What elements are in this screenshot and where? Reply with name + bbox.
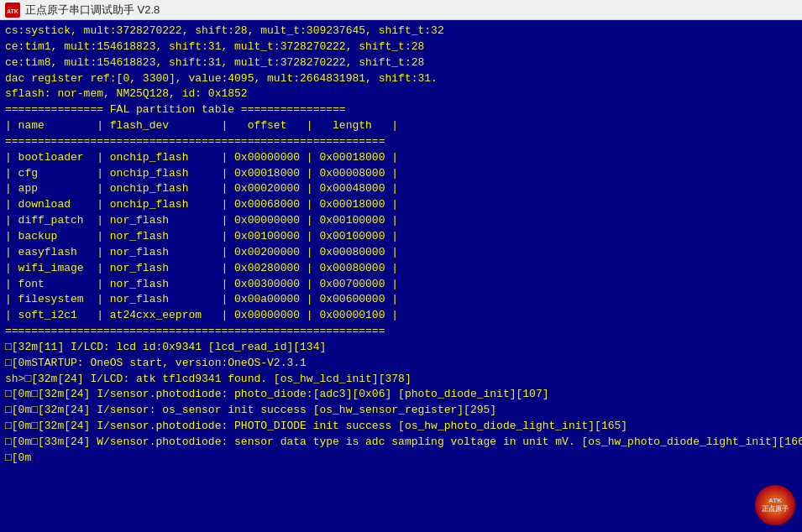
- terminal-line: □[0m□[32m[24] I/sensor.photodiode: photo…: [5, 387, 797, 403]
- terminal-line: | cfg | onchip_flash | 0x00018000 | 0x00…: [5, 166, 797, 182]
- terminal-line: | filesystem | nor_flash | 0x00a00000 | …: [5, 292, 797, 308]
- terminal-line: ========================================…: [5, 324, 797, 340]
- terminal-line: | font | nor_flash | 0x00300000 | 0x0070…: [5, 277, 797, 293]
- terminal-line: □[0m□[32m[24] I/sensor: os_sensor init s…: [5, 403, 797, 419]
- terminal-line: | bootloader | onchip_flash | 0x00000000…: [5, 150, 797, 166]
- terminal-line: dac register ref:[0, 3300], value:4095, …: [5, 71, 797, 87]
- watermark: ATK正点原子: [755, 485, 795, 525]
- terminal-line: | soft_i2c1 | at24cxx_eeprom | 0x0000000…: [5, 308, 797, 324]
- terminal-line: | app | onchip_flash | 0x00020000 | 0x00…: [5, 181, 797, 197]
- terminal-line: | easyflash | nor_flash | 0x00200000 | 0…: [5, 245, 797, 261]
- terminal-line: □[0m□[32m[24] I/sensor.photodiode: PHOTO…: [5, 419, 797, 435]
- svg-text:ATK: ATK: [7, 8, 18, 14]
- terminal-line: cs:systick, mult:3728270222, shift:28, m…: [5, 23, 797, 39]
- terminal-line: □[0mSTARTUP: OneOS start, version:OneOS-…: [5, 356, 797, 372]
- terminal-line: | wifi_image | nor_flash | 0x00280000 | …: [5, 261, 797, 277]
- terminal-line: | diff_patch | nor_flash | 0x00000000 | …: [5, 213, 797, 229]
- app-title: 正点原子串口调试助手 V2.8: [25, 3, 160, 18]
- terminal-line: ========================================…: [5, 134, 797, 150]
- titlebar: ATK 正点原子串口调试助手 V2.8: [0, 0, 802, 20]
- terminal-line: | backup | nor_flash | 0x00100000 | 0x00…: [5, 229, 797, 245]
- terminal-line: | download | onchip_flash | 0x00068000 |…: [5, 197, 797, 213]
- terminal-line: | name | flash_dev | offset | length |: [5, 118, 797, 134]
- terminal-line: sflash: nor-mem, NM25Q128, id: 0x1852: [5, 86, 797, 102]
- terminal-line: □[32m[11] I/LCD: lcd id:0x9341 [lcd_read…: [5, 340, 797, 356]
- terminal-line: ce:tim8, mult:154618823, shift:31, mult_…: [5, 55, 797, 71]
- terminal-line: ce:tim1, mult:154618823, shift:31, mult_…: [5, 39, 797, 55]
- terminal-line: =============== FAL partition table ====…: [5, 102, 797, 118]
- terminal-output[interactable]: cs:systick, mult:3728270222, shift:28, m…: [0, 20, 802, 532]
- terminal-line: sh>□[32m[24] I/LCD: atk tflcd9341 found.…: [5, 372, 797, 388]
- terminal-line: □[0m□[33m[24] W/sensor.photodiode: senso…: [5, 435, 797, 451]
- terminal-line: □[0m: [5, 451, 797, 467]
- app-logo: ATK: [5, 3, 20, 18]
- watermark-logo: ATK正点原子: [755, 485, 795, 525]
